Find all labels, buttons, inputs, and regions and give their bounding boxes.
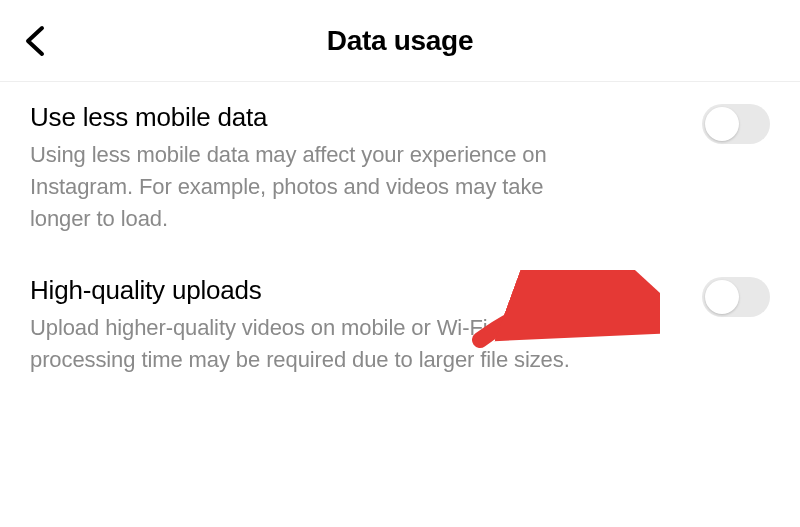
toggle-high-quality-uploads[interactable] <box>702 277 770 317</box>
toggle-knob <box>705 107 739 141</box>
setting-high-quality-uploads: High-quality uploads Upload higher-quali… <box>30 275 770 376</box>
setting-use-less-mobile-data: Use less mobile data Using less mobile d… <box>30 102 770 235</box>
back-button[interactable] <box>18 19 52 63</box>
toggle-knob <box>705 280 739 314</box>
page-title: Data usage <box>327 25 473 57</box>
chevron-left-icon <box>24 25 46 57</box>
setting-description: Upload higher-quality videos on mobile o… <box>30 312 600 376</box>
setting-title: High-quality uploads <box>30 275 600 306</box>
setting-title: Use less mobile data <box>30 102 600 133</box>
toggle-use-less-mobile-data[interactable] <box>702 104 770 144</box>
setting-text: Use less mobile data Using less mobile d… <box>30 102 630 235</box>
setting-text: High-quality uploads Upload higher-quali… <box>30 275 630 376</box>
header: Data usage <box>0 0 800 82</box>
settings-list: Use less mobile data Using less mobile d… <box>0 82 800 375</box>
setting-description: Using less mobile data may affect your e… <box>30 139 600 235</box>
